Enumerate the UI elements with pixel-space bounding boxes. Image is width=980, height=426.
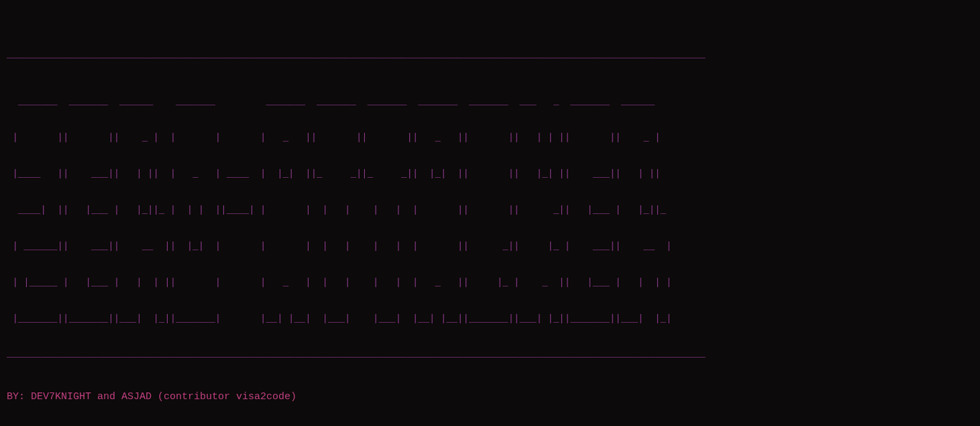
ascii-line: | ______|| ___|| __ || |_| | | | | | | |… <box>7 240 973 252</box>
bottom-rule: ________________________________________… <box>7 348 973 360</box>
ascii-line: ____| || |___ | |_||_ | | | ||____| | | … <box>7 204 973 216</box>
ascii-line: | |_____ | |___ | | | || | | _ | | | | |… <box>7 276 973 288</box>
ascii-line: _______ _______ ______ _______ _______ _… <box>7 95 973 107</box>
top-rule: ________________________________________… <box>7 48 973 60</box>
ascii-line: | || || _ | | | | _ || || || _ || || | |… <box>7 131 973 144</box>
ascii-banner: _______ _______ ______ _______ _______ _… <box>7 71 973 337</box>
byline: BY: DEV7KNIGHT and ASJAD (contributor vi… <box>7 389 973 405</box>
ascii-line: |____ || ___|| | || | _ | ____ | |_| ||_… <box>7 168 973 180</box>
ascii-line: |_______||_______||___| |_||_______| |__… <box>7 313 973 325</box>
